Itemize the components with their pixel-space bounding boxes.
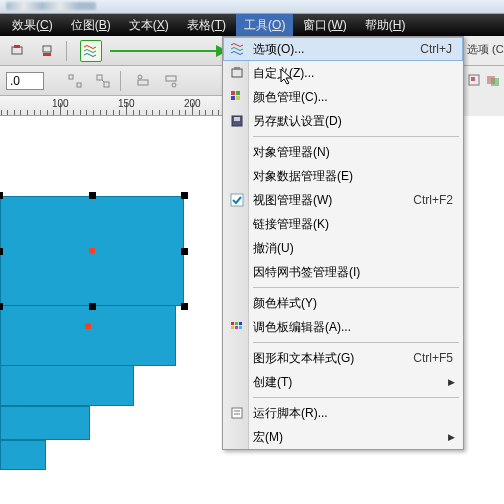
svg-rect-14 [471,77,475,81]
chevron-right-icon: ▶ [448,432,463,442]
svg-rect-3 [43,53,51,56]
menubar: 效果(C) 位图(B) 文本(X) 表格(T) 工具(O) 窗口(W) 帮助(H… [0,14,504,36]
svg-rect-19 [231,91,235,95]
svg-rect-6 [97,75,102,80]
svg-rect-17 [232,69,242,77]
svg-point-12 [172,83,176,87]
script-icon [229,405,245,421]
menu-item[interactable]: 创建(T)▶ [223,370,463,394]
svg-rect-11 [166,76,176,81]
svg-rect-30 [235,326,238,329]
rp-icon-2[interactable] [486,72,501,88]
menu-item[interactable]: 因特网书签管理器(I) [223,260,463,284]
menu-bitmap[interactable]: 位图(B) [63,14,119,37]
svg-rect-21 [231,96,235,100]
tb-snap-1[interactable] [64,70,86,92]
menu-item[interactable]: 撤消(U) [223,236,463,260]
number-input[interactable]: .0 [6,72,44,90]
palette-icon [229,319,245,335]
grid-icon [229,89,245,105]
check-icon [229,192,245,208]
svg-rect-1 [14,45,20,48]
svg-rect-18 [234,67,240,70]
rp-icon-1[interactable] [467,72,482,88]
menu-item[interactable]: 链接管理器(K) [223,212,463,236]
menu-item[interactable]: 对象数据管理器(E) [223,164,463,188]
svg-rect-26 [231,322,234,325]
wave-icon [230,41,246,57]
menu-item[interactable]: 选项(O)...Ctrl+J [223,37,463,61]
menu-item[interactable]: 自定义(Z)... [223,61,463,85]
right-panel: 选项 (Ctr [462,36,504,116]
menu-tools[interactable]: 工具(O) [236,14,293,37]
menu-item[interactable]: 对象管理器(N) [223,140,463,164]
menu-item[interactable]: 颜色样式(Y) [223,291,463,315]
menu-effects[interactable]: 效果(C) [4,14,61,37]
svg-rect-4 [69,75,73,79]
svg-rect-28 [239,322,242,325]
svg-rect-20 [236,91,240,95]
svg-line-8 [102,80,104,82]
menu-item[interactable]: 宏(M)▶ [223,425,463,449]
disk-icon [229,113,245,129]
menu-table[interactable]: 表格(T) [179,14,234,37]
svg-rect-31 [239,326,242,329]
tools-dropdown: 选项(O)...Ctrl+J自定义(Z)...颜色管理(C)...另存默认设置(… [222,36,464,450]
menu-item[interactable]: 图形和文本样式(G)Ctrl+F5 [223,346,463,370]
menu-text[interactable]: 文本(X) [121,14,177,37]
svg-rect-24 [234,117,240,121]
tb-btn-2[interactable] [36,40,58,62]
box-icon [229,65,245,81]
panel-label: 选项 (Ctr [463,36,504,63]
svg-rect-16 [491,78,499,86]
tb-btn-options[interactable] [80,40,102,62]
svg-rect-32 [232,408,242,418]
menu-window[interactable]: 窗口(W) [295,14,354,37]
annotation-arrow [110,50,218,52]
svg-rect-7 [104,82,109,87]
svg-point-10 [138,75,142,79]
svg-rect-2 [43,46,51,52]
menu-help[interactable]: 帮助(H) [357,14,414,37]
svg-rect-25 [231,194,243,206]
tb-align-2[interactable] [160,70,182,92]
svg-rect-5 [77,83,81,87]
menu-item[interactable]: 调色板编辑器(A)... [223,315,463,339]
tb-align-1[interactable] [132,70,154,92]
menu-item[interactable]: 视图管理器(W)Ctrl+F2 [223,188,463,212]
menu-item[interactable]: 运行脚本(R)... [223,401,463,425]
shape[interactable] [0,406,90,440]
tb-btn-1[interactable] [6,40,28,62]
menu-item[interactable]: 颜色管理(C)... [223,85,463,109]
chevron-right-icon: ▶ [448,377,463,387]
menu-item[interactable]: 另存默认设置(D) [223,109,463,133]
mouse-cursor [280,68,294,86]
tb-snap-2[interactable] [92,70,114,92]
svg-rect-9 [138,80,148,85]
svg-rect-27 [235,322,238,325]
svg-rect-29 [231,326,234,329]
shape[interactable] [0,440,46,470]
svg-rect-0 [12,47,22,54]
svg-rect-22 [236,96,240,100]
